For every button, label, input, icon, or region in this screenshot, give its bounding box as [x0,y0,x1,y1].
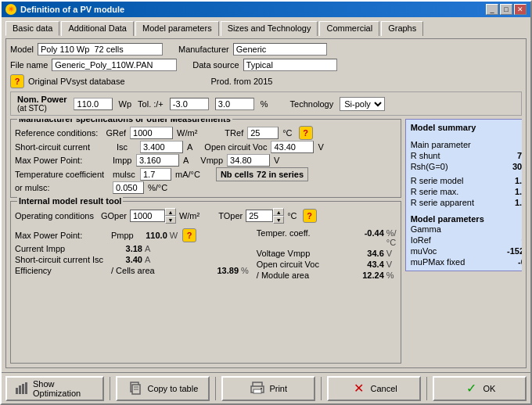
tref-input[interactable] [247,127,279,139]
file-name-label: File name [10,60,48,70]
cancel-label: Cancel [370,384,397,393]
ok-button[interactable]: ✓ OK [433,376,527,401]
impp-label: Max Power Point: [15,156,109,165]
goper-input[interactable] [130,210,165,222]
model-input[interactable] [38,43,163,56]
module-area-label: / Module area [257,271,350,280]
info-icon-toper[interactable]: ? [303,209,317,223]
vmpp-input[interactable] [227,154,270,167]
efficiency-value: 13.89 [207,266,239,275]
title-buttons: _ □ ✕ [486,4,527,15]
isc-input[interactable] [140,141,183,153]
isc-result-label: Short-circuit current Isc [15,255,109,264]
pmpp-value: 110.0 [136,231,167,240]
divider-3 [321,377,322,400]
close-button[interactable]: ✕ [514,4,527,15]
vmpp-label: Vmpp [200,156,223,165]
manufacturer-input[interactable] [233,43,327,56]
tab-graphs[interactable]: Graphs [381,21,423,36]
maximize-button[interactable]: □ [500,4,512,15]
voc-result-value: 43.4 [353,260,384,269]
rsh-value: 3000 ohm [512,162,522,171]
nb-cells-label: Nb cells [221,170,253,179]
impp-input[interactable] [136,154,179,167]
efficiency-unit: % [241,266,249,275]
ok-icon: ✓ [464,381,480,396]
or-mulsc-input[interactable] [113,181,144,194]
info-icon-tref[interactable]: ? [299,126,313,140]
window-icon: ☀ [5,4,16,15]
tol-label: Tol. :/+ [138,99,164,109]
io-ref-label: IoRef [411,235,431,245]
nb-cells-box: Nb cells 72 in series [216,167,308,181]
pmpp-label: Pmpp [111,231,134,240]
goper-down[interactable]: ▼ [165,216,176,224]
prod-label: Prod. from 2015 [211,77,273,86]
toper-input[interactable] [246,210,273,222]
main-param-label: Main parameter [411,140,471,149]
vmpp-unit: V [274,156,279,165]
bottom-bar: Show Optimization Copy to table [2,372,530,403]
tab-sizes-technology[interactable]: Sizes and Technology [221,21,318,36]
tol-plus[interactable] [215,98,254,110]
tech-label: Technology [290,99,334,109]
nb-cells-value: 72 in series [257,170,304,179]
voc-label: Open circuit Voc [204,142,267,152]
nom-power-value[interactable] [74,98,113,110]
col-right: Temper. coeff. -0.44 %/°C Voltage Vmpp 3… [257,228,397,281]
or-mulsc-unit: %/°C [148,183,167,192]
tab-basic-data[interactable]: Basic data [5,21,59,36]
mu-voc-value: -152 mV/°C [507,246,522,256]
voc-input[interactable] [271,141,314,153]
pmpp-unit: W [170,231,178,240]
mulsc-input[interactable] [140,168,171,181]
show-optimization-label: Show Optimization [33,379,95,398]
info-icon-pmpp[interactable]: ? [182,228,196,242]
isc-result-unit: A [145,255,150,264]
temp-coeff-result-unit: %/°C [386,228,397,247]
toper-up[interactable]: ▲ [273,208,284,216]
svg-rect-10 [253,389,261,393]
goper-spinner[interactable]: ▲ ▼ [130,208,176,224]
r-serie-label: R serie model [411,176,464,185]
toper-down[interactable]: ▼ [273,216,284,224]
svg-point-11 [261,388,262,389]
gref-label: GRef [106,128,126,138]
copy-table-button[interactable]: Copy to table [116,376,210,401]
model-label: Model [10,45,34,54]
r-serie-app-label: R serie apparent [411,198,474,207]
tref-label: TRef [225,128,243,138]
cancel-button[interactable]: ✕ Cancel [327,376,421,401]
manufacturer-specs-box: Manufacturer specifications or other Mea… [10,119,401,198]
nom-power-label: Nom. Power [17,95,67,104]
toper-spinner[interactable]: ▲ ▼ [246,208,284,224]
info-icon-1[interactable]: ? [10,74,24,88]
tab-additional-data[interactable]: Additional Data [61,21,134,36]
print-button[interactable]: Print [221,376,315,401]
voltage-vmpp-unit: V [386,249,392,258]
show-optimization-button[interactable]: Show Optimization [5,376,104,401]
module-area-unit: % [386,271,394,280]
tol-minus[interactable] [170,98,209,110]
goper-up[interactable]: ▲ [165,208,176,216]
main-content-panel: Model Manufacturer File name Data source [5,38,527,368]
right-panel: Model summary ? Main parameter R shunt 7… [405,119,522,364]
tech-select[interactable]: Si-poly [340,97,385,111]
divider-4 [426,377,427,400]
temp-coeff-result-label: Temper. coeff. [257,228,350,238]
copy-icon [128,381,143,396]
svg-rect-3 [25,382,27,394]
current-impp-label: Current Impp [15,244,109,253]
r-serie-max-label: R serie max. [411,187,459,196]
r-serie-value: 1.05 ohm [515,176,522,185]
minimize-button[interactable]: _ [486,4,498,15]
voc-result-label: Open circuit Voc [257,260,350,269]
tab-model-parameters[interactable]: Model parameters [135,21,219,36]
gref-input[interactable] [130,127,173,139]
cells-area-label: / Cells area [111,266,205,275]
tab-commercial[interactable]: Commercial [319,21,379,36]
toper-label: TOper [218,211,243,220]
impp-unit: A [183,156,189,165]
data-source-input[interactable] [243,59,337,71]
file-name-input[interactable] [52,59,177,71]
